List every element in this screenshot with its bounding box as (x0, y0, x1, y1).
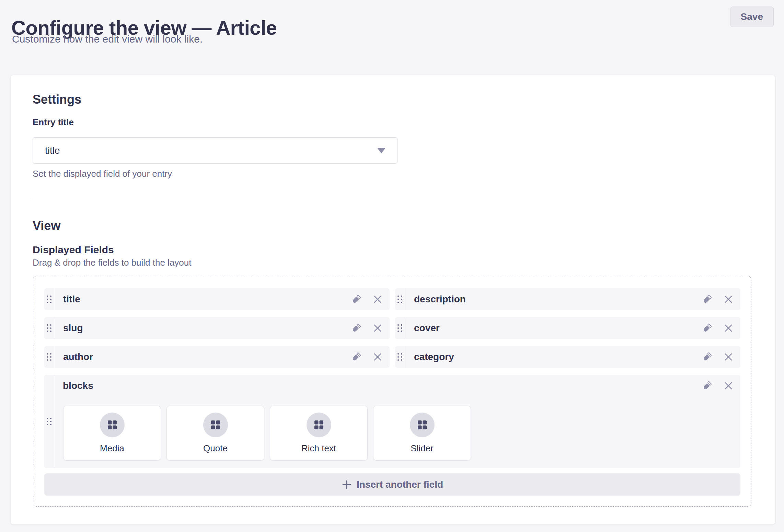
remove-field-button[interactable] (372, 323, 383, 333)
drag-handle-icon (47, 353, 51, 361)
component-label: Slider (373, 443, 471, 454)
save-button[interactable]: Save (730, 7, 774, 27)
edit-field-button[interactable] (351, 294, 361, 304)
drag-handle[interactable] (395, 317, 405, 339)
grid-icon (107, 420, 117, 430)
field-row-category[interactable]: category (395, 346, 740, 368)
remove-field-button[interactable] (723, 381, 734, 391)
component-card-slider[interactable]: Slider (373, 406, 471, 461)
field-row-blocks[interactable]: blocks Media Quote R (44, 375, 740, 468)
close-icon (723, 323, 734, 333)
close-icon (372, 323, 383, 333)
configure-view-page: Configure the view — Article Customize h… (0, 0, 784, 532)
close-icon (723, 352, 734, 362)
plus-icon (342, 479, 352, 490)
component-list: Media Quote Rich text Slider (63, 406, 471, 461)
main-card: Settings Entry title title Set the displ… (11, 75, 775, 524)
entry-title-select[interactable]: title (33, 137, 397, 164)
drag-handle-icon (397, 353, 402, 361)
field-row-author[interactable]: author (44, 346, 390, 368)
close-icon (372, 294, 383, 304)
grid-icon (314, 420, 324, 430)
pencil-icon (702, 381, 712, 391)
component-icon-circle (203, 413, 228, 437)
displayed-fields-label: Displayed Fields (33, 244, 114, 256)
drag-handle[interactable] (395, 346, 405, 368)
drag-handle[interactable] (44, 317, 54, 339)
pencil-icon (702, 294, 712, 304)
remove-field-button[interactable] (372, 352, 383, 362)
grid-icon (417, 420, 427, 430)
insert-another-field-label: Insert another field (357, 479, 443, 490)
edit-field-button[interactable] (702, 323, 712, 333)
pencil-icon (351, 323, 361, 333)
pencil-icon (351, 294, 361, 304)
displayed-fields-hint: Drag & drop the fields to build the layo… (33, 257, 192, 268)
field-name: cover (414, 323, 440, 334)
component-label: Rich text (270, 443, 367, 454)
fields-dropzone: title description (33, 276, 751, 507)
field-row-description[interactable]: description (395, 288, 740, 310)
remove-field-button[interactable] (723, 294, 734, 304)
field-row-title[interactable]: title (44, 288, 390, 310)
remove-field-button[interactable] (372, 294, 383, 304)
component-card-quote[interactable]: Quote (166, 406, 264, 461)
drag-handle-icon (397, 296, 402, 303)
edit-field-button[interactable] (351, 352, 361, 362)
insert-another-field-button[interactable]: Insert another field (44, 473, 740, 496)
caret-down-icon (377, 148, 385, 153)
remove-field-button[interactable] (723, 323, 734, 333)
page-subtitle: Customize how the edit view will look li… (12, 32, 203, 46)
drag-handle[interactable] (44, 288, 54, 310)
field-name: title (63, 294, 80, 305)
component-card-media[interactable]: Media (63, 406, 161, 461)
drag-handle-icon (47, 418, 51, 425)
component-icon-circle (410, 413, 435, 437)
drag-handle[interactable] (44, 375, 54, 468)
grid-icon (210, 420, 221, 430)
component-icon-circle (100, 413, 125, 437)
drag-handle-icon (397, 324, 402, 332)
edit-field-button[interactable] (702, 352, 712, 362)
fields-grid: title description (44, 288, 740, 368)
field-name: author (63, 351, 93, 362)
drag-handle[interactable] (44, 346, 54, 368)
pencil-icon (351, 352, 361, 362)
close-icon (372, 352, 383, 362)
edit-field-button[interactable] (702, 294, 712, 304)
entry-title-hint: Set the displayed field of your entry (33, 169, 172, 179)
component-icon-circle (307, 413, 331, 437)
pencil-icon (702, 323, 712, 333)
field-name: blocks (63, 380, 93, 391)
drag-handle[interactable] (395, 288, 405, 310)
field-name: category (414, 351, 454, 362)
field-name: description (414, 294, 466, 305)
component-label: Quote (167, 443, 264, 454)
drag-handle-icon (47, 296, 51, 303)
entry-title-label: Entry title (33, 117, 74, 128)
field-name: slug (63, 323, 83, 334)
entry-title-selected-value: title (45, 145, 60, 156)
pencil-icon (702, 352, 712, 362)
component-label: Media (64, 443, 161, 454)
remove-field-button[interactable] (723, 352, 734, 362)
close-icon (723, 381, 734, 391)
field-row-cover[interactable]: cover (395, 317, 740, 339)
component-card-rich-text[interactable]: Rich text (270, 406, 368, 461)
settings-heading: Settings (33, 92, 81, 107)
edit-field-button[interactable] (351, 323, 361, 333)
field-row-slug[interactable]: slug (44, 317, 390, 339)
close-icon (723, 294, 734, 304)
edit-field-button[interactable] (702, 381, 712, 391)
drag-handle-icon (47, 324, 51, 332)
view-heading: View (33, 219, 60, 233)
section-divider (33, 198, 752, 198)
